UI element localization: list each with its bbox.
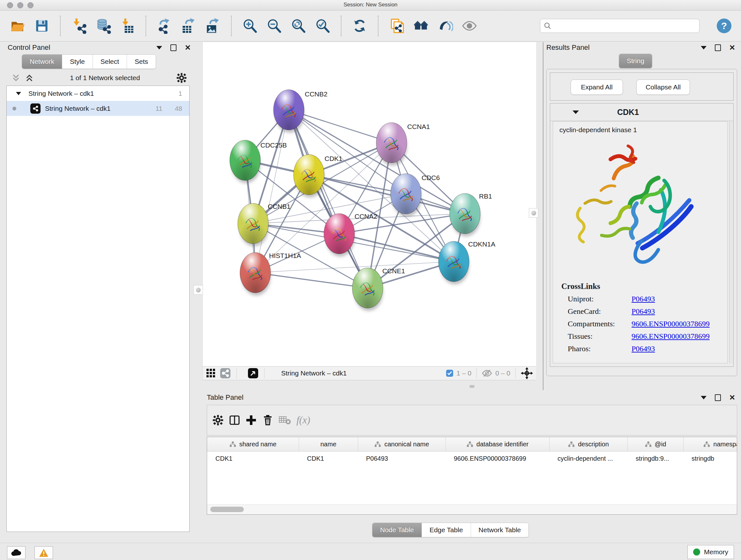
open-session-icon[interactable] (10, 18, 25, 34)
crosslink-row: Pharos:P06493 (568, 345, 727, 353)
node-CDC6[interactable]: CDC6 (391, 174, 440, 217)
control-panel-close-icon[interactable]: ✕ (185, 44, 191, 51)
protein-card-header[interactable]: CDK1 (550, 104, 733, 121)
eye-icon[interactable] (461, 18, 477, 34)
import-database-icon[interactable] (95, 18, 111, 34)
search-input[interactable] (540, 19, 699, 33)
tab-style[interactable]: Style (62, 55, 92, 69)
column-header-name[interactable]: name (299, 437, 358, 451)
protein-card-caret-icon[interactable] (572, 111, 579, 114)
results-panel-close-icon[interactable]: ✕ (729, 44, 735, 51)
collection-caret-icon[interactable] (16, 91, 21, 96)
table-row[interactable]: CDK1CDK1P064939606.ENSP00000378699cyclin… (207, 451, 737, 465)
table-hscrollbar-thumb[interactable] (210, 507, 244, 512)
tab-sets[interactable]: Sets (127, 55, 156, 69)
column-header-description[interactable]: description (549, 437, 627, 451)
delete-column-icon[interactable] (262, 415, 273, 426)
export-network-icon[interactable] (156, 18, 172, 34)
node-CCNA1[interactable]: CCNA1 (376, 123, 430, 166)
crosslink-row: Uniprot:P06493 (568, 295, 727, 303)
table-cell: stringdb (683, 451, 737, 465)
crosslink-link[interactable]: P06493 (631, 295, 655, 303)
results-panel-menu-icon[interactable] (701, 46, 706, 50)
collapse-all-tree-icon[interactable] (11, 73, 20, 82)
table-panel-close-icon[interactable]: ✕ (729, 394, 735, 401)
cloud-button[interactable] (7, 546, 25, 559)
column-header--id[interactable]: @id (627, 437, 683, 451)
hidden-eye-slash-icon[interactable] (482, 369, 492, 377)
card-scrollbar[interactable] (729, 121, 733, 363)
memory-button[interactable]: Memory (687, 545, 734, 559)
expand-all-button[interactable]: Expand All (570, 79, 623, 95)
node-HIST1H1A[interactable]: HIST1H1A (240, 252, 301, 296)
column-header-namespace[interactable]: namespace (683, 437, 737, 451)
crosslink-link[interactable]: 9606.ENSP00000378699 (631, 320, 710, 328)
duplicate-network-icon[interactable] (389, 18, 405, 34)
column-type-icon (229, 441, 236, 447)
table-panel-menu-icon[interactable] (701, 396, 706, 399)
column-header-canonical-name[interactable]: canonical name (358, 437, 446, 451)
tab-string[interactable]: String (619, 54, 652, 68)
tab-node-table[interactable]: Node Table (373, 523, 421, 537)
zoom-out-icon[interactable] (266, 18, 282, 34)
node-label: CCNB1 (268, 203, 290, 210)
control-panel-tabs: Network Style Select Sets (22, 54, 156, 69)
column-type-icon (568, 441, 575, 447)
add-column-icon[interactable] (246, 415, 257, 426)
network-options-gear-icon[interactable] (176, 72, 187, 83)
column-header-shared-name[interactable]: shared name (207, 437, 299, 451)
column-header-label: canonical name (384, 441, 429, 448)
view-grid-icon[interactable] (206, 368, 216, 378)
selected-checkbox-icon[interactable] (446, 369, 454, 377)
control-panel-menu-icon[interactable] (156, 46, 162, 50)
view-network-icon[interactable] (220, 368, 231, 379)
refresh-icon[interactable] (352, 18, 367, 34)
export-table-icon[interactable] (181, 18, 197, 34)
node-CDKN1A[interactable]: CDKN1A (439, 240, 495, 285)
show-columns-icon[interactable] (229, 415, 240, 426)
left-splitter-grip[interactable] (193, 285, 203, 295)
pan-crosshair-icon[interactable] (521, 367, 533, 379)
table-hscrollbar[interactable] (207, 504, 737, 514)
right-splitter[interactable] (543, 42, 543, 390)
save-session-icon[interactable] (34, 18, 50, 34)
tab-edge-table[interactable]: Edge Table (421, 523, 471, 537)
node-CCNE1[interactable]: CCNE1 (352, 267, 405, 311)
function-builder-icon: f(x) (296, 415, 310, 426)
birdseye-toggle-icon[interactable] (248, 368, 259, 379)
control-panel-float-icon[interactable] (171, 44, 177, 51)
network-current-dot (12, 107, 16, 111)
network-canvas[interactable]: CCNB2CCNA1CDC25BCDK1CDC6RB1CCNB1CCNA2CDK… (203, 42, 536, 366)
string-logo-icon[interactable] (437, 18, 453, 34)
network-label: String Network – cdk1 (45, 105, 111, 112)
help-button[interactable]: ? (717, 18, 731, 33)
import-network-icon[interactable] (71, 18, 87, 34)
zoom-selected-icon[interactable] (315, 18, 331, 34)
table-panel-float-icon[interactable] (715, 394, 721, 401)
tab-network-table[interactable]: Network Table (471, 523, 529, 537)
warning-button[interactable] (35, 546, 53, 559)
zoom-fit-icon[interactable] (290, 18, 307, 34)
homes-icon[interactable] (413, 18, 429, 34)
export-image-icon[interactable] (205, 18, 221, 34)
zoom-in-icon[interactable] (242, 18, 258, 34)
column-header-database-identifier[interactable]: database identifier (446, 437, 549, 451)
node-RB1[interactable]: RB1 (450, 192, 492, 237)
crosslink-link[interactable]: P06493 (631, 345, 655, 353)
right-splitter-grip[interactable] (529, 208, 538, 218)
tab-select[interactable]: Select (92, 55, 127, 69)
crosslink-link[interactable]: 9606.ENSP00000378699 (631, 332, 710, 341)
import-table-icon[interactable] (119, 18, 135, 34)
node-CCNB2[interactable]: CCNB2 (273, 90, 327, 133)
results-panel-float-icon[interactable] (715, 44, 721, 51)
left-splitter[interactable] (202, 42, 203, 381)
tree-row-collection[interactable]: String Network – cdk1 1 (7, 86, 189, 101)
collapse-all-button[interactable]: Collapse All (636, 79, 690, 95)
hidden-count-badge: 0 – 0 (495, 369, 510, 377)
expand-all-tree-icon[interactable] (25, 73, 34, 82)
crosslink-link[interactable]: P06493 (631, 307, 655, 316)
horizontal-splitter-grip[interactable] (469, 385, 475, 388)
table-gear-icon[interactable] (212, 415, 224, 426)
tab-network[interactable]: Network (22, 55, 62, 69)
tree-row-network[interactable]: String Network – cdk1 11 48 (7, 101, 189, 116)
